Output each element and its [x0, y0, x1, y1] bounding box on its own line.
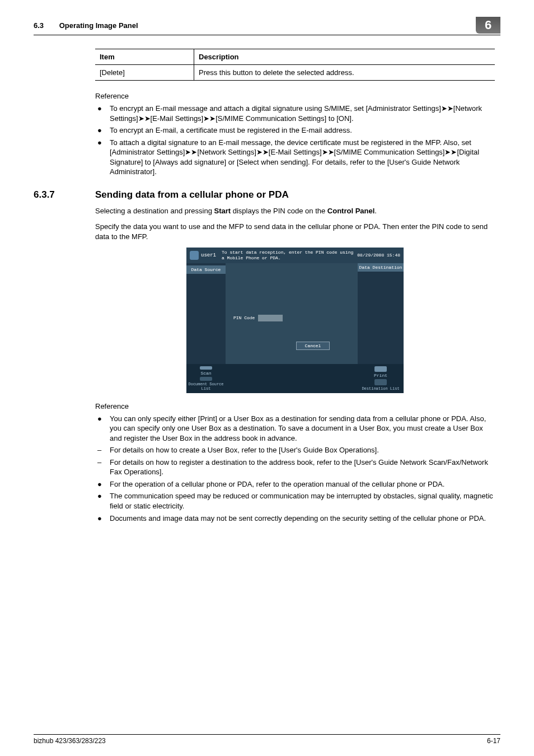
scan-icon [200, 366, 212, 370]
list-item: ●To encrypt an E-mail, a certificate mus… [110, 125, 495, 136]
cancel-button[interactable]: Cancel [296, 342, 330, 350]
list-item: ●Documents and image data may not be sen… [110, 514, 495, 524]
item-description-table: Item Description [Delete] Press this but… [95, 49, 495, 81]
section-number: 6.3 [34, 21, 44, 30]
list-item: ●The communication speed may be reduced … [110, 491, 495, 511]
subsection-title: Sending data from a cellular phone or PD… [95, 189, 289, 200]
list-item: –For details on how to register a destin… [110, 458, 495, 477]
list-item: ●You can only specify either [Print] or … [110, 414, 495, 444]
table-header-description: Description [194, 49, 495, 65]
table-header-item: Item [95, 49, 194, 65]
list-icon [374, 379, 387, 385]
page-footer: bizhub 423/363/283/223 6-17 [34, 734, 500, 745]
data-source-tab[interactable]: Data Source [186, 265, 226, 274]
document-source-list-button[interactable]: Document Source List [186, 382, 226, 391]
destination-list-button[interactable]: Destination List [362, 386, 399, 391]
pin-code-field[interactable] [258, 315, 283, 321]
table-cell-description: Press this button to delete the selected… [194, 65, 495, 81]
reference-label: Reference [95, 92, 495, 100]
print-button[interactable]: Print [374, 373, 387, 378]
pin-code-label: PIN Code [233, 315, 255, 320]
chapter-badge: 6 [476, 17, 500, 34]
footer-model: bizhub 423/363/283/223 [34, 737, 106, 745]
reference-label: Reference [95, 402, 495, 410]
panel-message: To start data reception, enter the PIN c… [222, 250, 357, 260]
subsection-number: 6.3.7 [34, 189, 95, 200]
panel-username: user1 [201, 253, 216, 258]
page-header: 6.3 Operating Image Panel 6 [34, 17, 500, 35]
scan-button[interactable]: Scan [200, 371, 211, 376]
reference-list-1: ●To encrypt an E-mail message and attach… [95, 104, 495, 177]
mfp-panel-screenshot: user1 To start data reception, enter the… [186, 248, 404, 393]
subsection-heading: 6.3.7 Sending data from a cellular phone… [34, 189, 495, 200]
data-destination-tab[interactable]: Data Destination [358, 263, 404, 272]
avatar-icon [190, 251, 199, 260]
list-icon [200, 377, 212, 381]
list-item: –For details on how to create a User Box… [110, 445, 495, 455]
paragraph-1: Selecting a destination and pressing Sta… [95, 206, 495, 216]
reference-list-2: ●You can only specify either [Print] or … [95, 414, 495, 523]
panel-datetime: 08/29/2008 15:48 [357, 253, 400, 258]
paragraph-2: Specify the data you want to use and the… [95, 222, 495, 242]
header-left: 6.3 Operating Image Panel [34, 21, 138, 30]
list-item: ●For the operation of a cellular phone o… [110, 479, 495, 489]
table-cell-item: [Delete] [95, 65, 194, 81]
list-item: ●To attach a digital signature to an E-m… [110, 138, 495, 177]
print-icon [374, 366, 387, 372]
footer-page-number: 6-17 [487, 737, 500, 745]
section-title: Operating Image Panel [59, 21, 138, 30]
table-row: [Delete] Press this button to delete the… [95, 65, 495, 81]
list-item: ●To encrypt an E-mail message and attach… [110, 104, 495, 123]
